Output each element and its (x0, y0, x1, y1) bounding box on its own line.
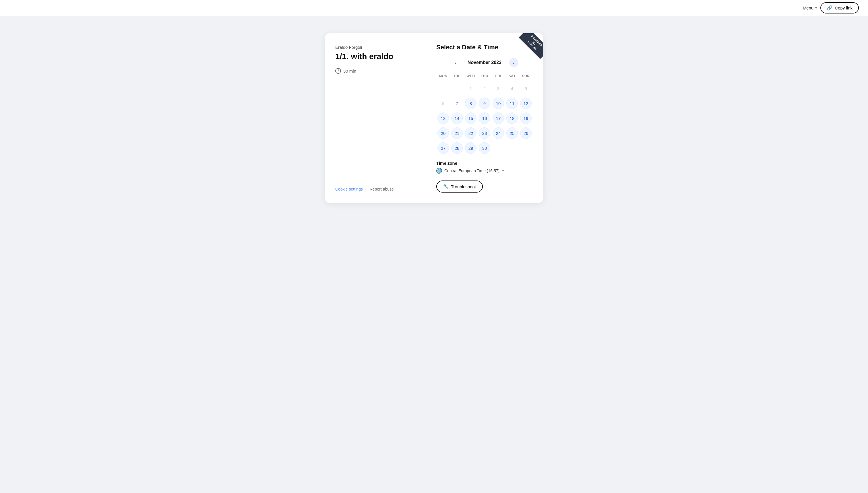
cal-day-7: 7 (451, 98, 463, 109)
cal-day-29[interactable]: 29 (465, 142, 477, 154)
cal-day-17[interactable]: 17 (492, 112, 504, 124)
cal-day-12[interactable]: 12 (520, 98, 532, 109)
prev-month-button[interactable]: ‹ (451, 58, 460, 67)
cal-cell-4: 4 (505, 82, 519, 95)
cal-cell-26[interactable]: 26 (519, 126, 533, 140)
cal-cell-7: 7 (450, 97, 464, 110)
col-sat: SAT (505, 73, 519, 79)
cal-cell-20[interactable]: 20 (436, 126, 450, 140)
col-tue: TUE (450, 73, 464, 79)
left-content: Eraldo Forgoli 1/1. with eraldo 30 min (335, 45, 415, 74)
cal-cell-16[interactable]: 16 (478, 111, 491, 125)
troubleshoot-button[interactable]: 🔧 Troubleshoot (436, 180, 483, 193)
cal-day-24[interactable]: 24 (492, 127, 504, 139)
cal-cell-25[interactable]: 25 (505, 126, 519, 140)
cal-cell-empty (505, 141, 519, 155)
cal-day-25[interactable]: 25 (506, 127, 518, 139)
left-panel: Eraldo Forgoli 1/1. with eraldo 30 min C… (325, 33, 426, 203)
calendar-section: Select a Date & Time ‹ November 2023 › M… (436, 44, 533, 174)
cal-day-30[interactable]: 30 (479, 142, 490, 154)
booking-card: Eraldo Forgoli 1/1. with eraldo 30 min C… (325, 33, 543, 203)
calendar-week-1: 1 2 3 4 5 (436, 82, 533, 95)
cal-cell-empty (491, 141, 505, 155)
col-sun: SUN (519, 73, 533, 79)
cal-day-21[interactable]: 21 (451, 127, 463, 139)
calendar-week-3: 13 14 15 16 17 18 19 (436, 111, 533, 125)
cal-cell-17[interactable]: 17 (491, 111, 505, 125)
cal-cell-10[interactable]: 10 (491, 97, 505, 110)
right-panel: POWEREDBYCalendly Select a Date & Time ‹… (426, 33, 543, 203)
cal-day-27[interactable]: 27 (438, 142, 449, 154)
cal-day-19[interactable]: 19 (520, 112, 532, 124)
copy-link-label: Copy link (835, 5, 852, 10)
col-fri: FRI (491, 73, 505, 79)
cal-cell-19[interactable]: 19 (519, 111, 533, 125)
cal-day-13[interactable]: 13 (438, 112, 449, 124)
col-thu: THU (478, 73, 491, 79)
cal-cell-27[interactable]: 27 (436, 141, 450, 155)
cal-day-10[interactable]: 10 (492, 98, 504, 109)
cal-cell-29[interactable]: 29 (464, 141, 478, 155)
cal-cell-24[interactable]: 24 (491, 126, 505, 140)
cal-cell-2: 2 (478, 82, 491, 95)
cal-cell-6: 6 (436, 97, 450, 110)
troubleshoot-label: Troubleshoot (451, 184, 476, 189)
page-content: Eraldo Forgoli 1/1. with eraldo 30 min C… (0, 16, 868, 493)
cal-cell-30[interactable]: 30 (478, 141, 491, 155)
timezone-value: Central European Time (16:57) (444, 168, 500, 173)
event-title: 1/1. with eraldo (335, 52, 415, 61)
globe-icon: 🌐 (436, 168, 442, 174)
cal-cell-1: 1 (464, 82, 478, 95)
cal-cell-5: 5 (519, 82, 533, 95)
copy-link-button[interactable]: 🔗 Copy link (820, 2, 859, 14)
report-abuse-text[interactable]: Report abuse (370, 187, 394, 191)
calendly-badge: POWEREDBYCalendly (517, 33, 543, 59)
cal-day-3: 3 (492, 83, 504, 94)
cal-day-16[interactable]: 16 (479, 112, 490, 124)
cal-day-18[interactable]: 18 (506, 112, 518, 124)
cal-cell-23[interactable]: 23 (478, 126, 491, 140)
cal-cell-11[interactable]: 11 (505, 97, 519, 110)
cal-cell-22[interactable]: 22 (464, 126, 478, 140)
cal-cell-12[interactable]: 12 (519, 97, 533, 110)
col-wed: WED (464, 73, 478, 79)
calendar-week-5: 27 28 29 30 (436, 141, 533, 155)
cookie-settings-link[interactable]: Cookie settings (335, 187, 363, 191)
cal-cell-3: 3 (491, 82, 505, 95)
cal-day-22[interactable]: 22 (465, 127, 477, 139)
cal-cell-empty (519, 141, 533, 155)
timezone-selector[interactable]: 🌐 Central European Time (16:57) ▾ (436, 168, 533, 174)
cal-cell-18[interactable]: 18 (505, 111, 519, 125)
cal-day-15[interactable]: 15 (465, 112, 477, 124)
cal-day-14[interactable]: 14 (451, 112, 463, 124)
cal-day-26[interactable]: 26 (520, 127, 532, 139)
cal-cell-14[interactable]: 14 (450, 111, 464, 125)
cal-day-1: 1 (465, 83, 477, 94)
calendar-header: MON TUE WED THU FRI SAT SUN (436, 73, 533, 79)
cal-day-9[interactable]: 9 (479, 98, 490, 109)
cal-cell-15[interactable]: 15 (464, 111, 478, 125)
menu-button[interactable]: Menu ▾ (803, 5, 817, 10)
clock-icon (335, 68, 341, 74)
calendar-grid: MON TUE WED THU FRI SAT SUN 1 2 (436, 73, 533, 155)
next-month-button[interactable]: › (509, 58, 518, 67)
cal-day-28[interactable]: 28 (451, 142, 463, 154)
cal-cell-21[interactable]: 21 (450, 126, 464, 140)
cal-day-20[interactable]: 20 (438, 127, 449, 139)
timezone-label: Time zone (436, 161, 533, 166)
right-footer: 🔧 Troubleshoot (436, 180, 533, 193)
cal-cell-8[interactable]: 8 (464, 97, 478, 110)
cal-day-11[interactable]: 11 (506, 98, 518, 109)
cal-cell-empty (436, 82, 450, 95)
link-icon: 🔗 (827, 5, 832, 10)
cal-cell-28[interactable]: 28 (450, 141, 464, 155)
wrench-icon: 🔧 (443, 184, 449, 189)
organizer-name: Eraldo Forgoli (335, 45, 415, 50)
cal-day-2: 2 (479, 83, 490, 94)
calendar-navigation: ‹ November 2023 › (436, 58, 533, 67)
cal-cell-13[interactable]: 13 (436, 111, 450, 125)
cal-cell-9[interactable]: 9 (478, 97, 491, 110)
col-mon: MON (436, 73, 450, 79)
cal-day-8[interactable]: 8 (465, 98, 477, 109)
cal-day-23[interactable]: 23 (479, 127, 490, 139)
